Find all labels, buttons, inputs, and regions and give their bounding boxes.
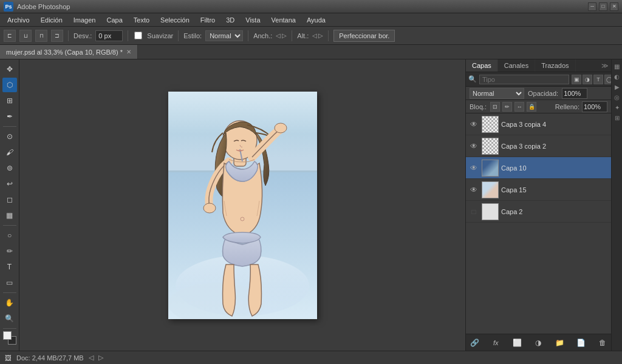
- pen-tool[interactable]: ✏: [2, 244, 17, 258]
- dodge-tool[interactable]: ○: [2, 228, 17, 243]
- menu-ayuda[interactable]: Ayuda: [302, 15, 330, 25]
- svg-point-7: [275, 123, 287, 133]
- layer-visibility-toggle[interactable]: 👁: [468, 141, 479, 152]
- toolbar-separator-1: [68, 30, 69, 41]
- menu-archivo[interactable]: Archivo: [2, 15, 35, 25]
- delete-layer-button[interactable]: 🗑: [596, 337, 609, 349]
- layer-adjustment-icon[interactable]: ◑: [532, 337, 544, 349]
- eyedropper-tool[interactable]: ✒: [2, 109, 17, 124]
- hand-tool[interactable]: ✋: [2, 295, 17, 310]
- layer-visibility-toggle[interactable]: 👁: [468, 184, 479, 195]
- blend-mode-select[interactable]: Normal: [470, 88, 524, 99]
- new-layer-button[interactable]: 📄: [575, 337, 587, 349]
- canvas-area: [19, 59, 465, 351]
- menu-filtro[interactable]: Filtro: [196, 15, 220, 25]
- move-tool[interactable]: ✥: [2, 62, 17, 76]
- toolbar-separator-5: [292, 30, 292, 41]
- lasso-options-icon[interactable]: ⊔: [19, 30, 32, 42]
- gradient-tool[interactable]: ▦: [2, 208, 17, 223]
- minimize-button[interactable]: ─: [588, 2, 596, 11]
- menu-seleccion[interactable]: Selección: [156, 15, 194, 25]
- menu-edicion[interactable]: Edición: [36, 15, 67, 25]
- status-doc-icon: 🖼: [5, 354, 12, 362]
- spot-heal-tool[interactable]: ⊙: [2, 129, 17, 144]
- lasso-subtract-icon[interactable]: ⊐: [51, 30, 63, 42]
- close-button[interactable]: ✕: [610, 2, 618, 11]
- alt-arrow-right[interactable]: ▷: [318, 32, 323, 39]
- zoom-tool[interactable]: 🔍: [2, 311, 17, 326]
- layer-mask-icon[interactable]: ⬜: [511, 337, 523, 349]
- panel4-icon[interactable]: ✦: [613, 103, 621, 112]
- estilo-select[interactable]: Normal: [205, 30, 243, 41]
- layer-item[interactable]: 👁 Capa 3 copia 2: [466, 135, 611, 157]
- status-nav-right[interactable]: ▷: [98, 354, 103, 362]
- layer-folder-icon[interactable]: 📁: [554, 337, 566, 349]
- anch-arrow-right[interactable]: ▷: [282, 32, 287, 39]
- foreground-bg-colors[interactable]: [3, 331, 16, 345]
- text-tool[interactable]: T: [2, 260, 17, 274]
- layer-visibility-toggle[interactable]: 👁: [468, 163, 479, 174]
- menu-3d[interactable]: 3D: [221, 15, 239, 25]
- tab-canales[interactable]: Canales: [498, 59, 535, 72]
- layer-fx-icon[interactable]: fx: [490, 337, 502, 349]
- filter-pixel-icon[interactable]: ▣: [572, 75, 581, 84]
- play-icon[interactable]: ▶: [613, 83, 621, 91]
- menu-texto[interactable]: Texto: [129, 15, 154, 25]
- fill-input[interactable]: [582, 101, 607, 112]
- panel3-icon[interactable]: ◎: [613, 93, 621, 101]
- lock-move-icon[interactable]: ↔: [514, 102, 524, 112]
- document-tab-close[interactable]: ✕: [126, 49, 131, 55]
- tab-trazados[interactable]: Trazados: [535, 59, 575, 72]
- layer-item[interactable]: 👁 Capa 3 copia 4: [466, 113, 611, 135]
- lasso-tool-icon[interactable]: ⊏: [4, 30, 16, 42]
- document-tab[interactable]: mujer.psd al 33,3% (Capa 10, RGB/8) * ✕: [0, 45, 138, 59]
- status-bar: 🖼 Doc: 2,44 MB/27,7 MB ◁ ▷: [0, 351, 622, 364]
- tab-capas[interactable]: Capas: [466, 59, 498, 72]
- panel5-icon[interactable]: ⊞: [613, 113, 621, 122]
- lock-all-icon[interactable]: 🔒: [527, 102, 536, 112]
- status-nav-left[interactable]: ◁: [89, 354, 94, 362]
- channels-panel-icon[interactable]: ◐: [613, 72, 621, 81]
- layers-panel-icon[interactable]: ▦: [613, 62, 621, 70]
- perfeccionar-button[interactable]: Perfeccionar bor.: [333, 30, 395, 42]
- brush-tool[interactable]: 🖌: [2, 145, 17, 160]
- figure-svg: [168, 92, 317, 319]
- filter-adjustment-icon[interactable]: ◑: [583, 75, 592, 84]
- layer-item[interactable]: 👁 Capa 15: [466, 179, 611, 201]
- eraser-tool[interactable]: ◻: [2, 192, 17, 207]
- layer-name: Capa 15: [501, 186, 609, 194]
- layer-thumbnail: [482, 138, 499, 155]
- document-tab-bar: mujer.psd al 33,3% (Capa 10, RGB/8) * ✕: [0, 45, 622, 59]
- layer-visibility-toggle[interactable]: □: [468, 206, 479, 217]
- menu-capa[interactable]: Capa: [101, 15, 127, 25]
- suavizar-checkbox[interactable]: [134, 32, 142, 39]
- layers-type-input[interactable]: [479, 75, 569, 84]
- anch-label: Anch.:: [253, 32, 272, 39]
- lock-position-icon[interactable]: ✏: [502, 102, 512, 112]
- filter-text-icon[interactable]: T: [593, 75, 603, 84]
- maximize-button[interactable]: □: [599, 2, 607, 11]
- desv-input[interactable]: [95, 30, 123, 41]
- panel-expand-arrow[interactable]: ≫: [599, 62, 611, 70]
- layer-visibility-toggle[interactable]: 👁: [468, 119, 479, 130]
- menu-ventana[interactable]: Ventana: [267, 15, 301, 25]
- tool-sep-3: [3, 292, 16, 293]
- lock-row: Bloq.: ⊡ ✏ ↔ 🔒 Relleno:: [466, 100, 611, 113]
- window-controls[interactable]: ─ □ ✕: [588, 2, 618, 11]
- menu-imagen[interactable]: Imagen: [69, 15, 101, 25]
- shape-tool[interactable]: ▭: [2, 275, 17, 290]
- anch-arrow-left[interactable]: ◁: [276, 32, 281, 39]
- history-brush-tool[interactable]: ↩: [2, 177, 17, 191]
- stamp-tool[interactable]: ⊚: [2, 161, 17, 175]
- opacity-input[interactable]: [562, 88, 587, 99]
- menu-vista[interactable]: Vista: [241, 15, 265, 25]
- layer-item-active[interactable]: 👁 Capa 10: [466, 157, 611, 179]
- lasso-tool[interactable]: ⬡: [2, 78, 17, 92]
- lasso-intersect-icon[interactable]: ⊓: [35, 30, 47, 42]
- layer-item[interactable]: □ Capa 2: [466, 201, 611, 223]
- alt-arrow-left[interactable]: ◁: [312, 32, 317, 39]
- lock-pixels-icon[interactable]: ⊡: [490, 102, 500, 112]
- layer-link-icon[interactable]: 🔗: [468, 337, 480, 349]
- panel-tabs: Capas Canales Trazados ≫: [466, 59, 611, 72]
- crop-tool[interactable]: ⊞: [2, 93, 17, 108]
